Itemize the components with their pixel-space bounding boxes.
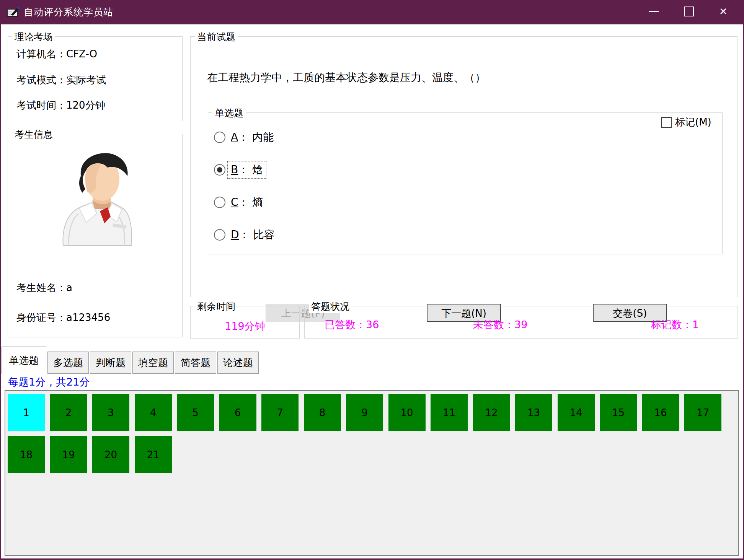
question-button-14[interactable]: 14 — [558, 394, 595, 431]
unanswered-count: 未答数：39 — [473, 318, 527, 332]
remaining-time-value: 119分钟 — [191, 319, 299, 333]
avatar — [57, 150, 134, 247]
question-button-11[interactable]: 11 — [431, 394, 468, 431]
minimize-icon — [649, 11, 659, 12]
question-button-21[interactable]: 21 — [135, 436, 172, 473]
question-button-6[interactable]: 6 — [219, 394, 256, 431]
tab-fill-blank[interactable]: 填空题 — [132, 352, 174, 374]
titlebar: 自动评分系统学员站 ✕ — [0, 0, 744, 24]
exam-mode-row: 考试模式：实际考试 — [16, 73, 106, 87]
question-button-10[interactable]: 10 — [388, 394, 426, 431]
question-button-18[interactable]: 18 — [8, 436, 45, 473]
question-button-8[interactable]: 8 — [304, 394, 341, 431]
question-button-17[interactable]: 17 — [684, 394, 721, 431]
candidate-group-title: 考生信息 — [12, 128, 55, 141]
exam-room-group: 理论考场 计算机名：CFZ-O 考试模式：实际考试 考试时间：120分钟 — [8, 36, 183, 121]
option-d[interactable]: D： 比容 — [214, 227, 278, 243]
question-type-tabs: 单选题 多选题 判断题 填空题 简答题 论述题 — [2, 347, 259, 374]
close-button[interactable]: ✕ — [711, 0, 735, 23]
question-button-9[interactable]: 9 — [346, 394, 383, 431]
candidate-id-row: 身份证号：a123456 — [16, 311, 110, 324]
tab-single-choice[interactable]: 单选题 — [2, 347, 46, 374]
option-type-group: 单选题 — [208, 112, 723, 254]
question-button-1[interactable]: 1 — [8, 394, 45, 431]
tab-short-answer[interactable]: 简答题 — [175, 352, 216, 374]
option-c[interactable]: C： 熵 — [214, 195, 266, 210]
question-button-12[interactable]: 12 — [473, 394, 510, 431]
exam-duration-row: 考试时间：120分钟 — [16, 99, 105, 112]
exam-room-group-title: 理论考场 — [12, 31, 55, 43]
candidate-group: 考生信息 考生姓名：a 身份证号：a123456 — [8, 134, 183, 337]
mark-checkbox[interactable]: 标记(M) — [661, 116, 711, 129]
radio-a-icon[interactable] — [214, 132, 225, 143]
radio-c-icon[interactable] — [214, 197, 225, 208]
current-question-group-title: 当前试题 — [195, 31, 238, 43]
tab-true-false[interactable]: 判断题 — [90, 352, 131, 374]
answered-count: 已答数：36 — [325, 318, 379, 332]
question-button-3[interactable]: 3 — [92, 394, 129, 431]
question-button-16[interactable]: 16 — [642, 394, 679, 431]
marked-count: 标记数：1 — [651, 318, 699, 332]
maximize-button[interactable] — [677, 0, 701, 23]
question-button-4[interactable]: 4 — [135, 394, 172, 431]
question-button-20[interactable]: 20 — [92, 436, 129, 473]
option-a[interactable]: A： 内能 — [214, 130, 277, 145]
answer-status-title: 答题状况 — [309, 300, 352, 313]
app-window: 自动评分系统学员站 ✕ 理论考场 计算机名：CFZ-O 考试模式：实际考试 考试… — [0, 0, 744, 560]
question-button-15[interactable]: 15 — [600, 394, 637, 431]
mark-checkbox-box[interactable] — [661, 117, 672, 128]
window-border-bottom — [0, 558, 744, 560]
question-text: 在工程热力学中，工质的基本状态参数是压力、温度、（） — [207, 70, 486, 85]
maximize-icon — [684, 7, 694, 16]
window-border-left — [0, 0, 1, 560]
computer-name-row: 计算机名：CFZ-O — [16, 47, 97, 61]
window-title: 自动评分系统学员站 — [24, 6, 113, 18]
remaining-time-group: 剩余时间 119分钟 — [190, 306, 300, 339]
question-button-2[interactable]: 2 — [50, 394, 87, 431]
tab-essay[interactable]: 论述题 — [217, 352, 259, 374]
current-question-group: 当前试题 在工程热力学中，工质的基本状态参数是压力、温度、（） 单选题 标记(M… — [190, 36, 737, 297]
question-button-19[interactable]: 19 — [50, 436, 87, 473]
candidate-name-row: 考生姓名：a — [16, 281, 72, 295]
question-button-5[interactable]: 5 — [177, 394, 214, 431]
answer-status-group: 答题状况 已答数：36 未答数：39 标记数：1 — [304, 306, 737, 339]
radio-d-icon[interactable] — [214, 229, 225, 241]
question-button-7[interactable]: 7 — [261, 394, 299, 431]
minimize-button[interactable] — [642, 0, 666, 23]
mark-checkbox-label: 标记(M) — [675, 116, 711, 129]
close-icon: ✕ — [719, 6, 728, 17]
remaining-time-title: 剩余时间 — [195, 300, 238, 313]
score-note: 每题1分，共21分 — [8, 375, 90, 389]
app-icon — [7, 6, 20, 18]
option-b[interactable]: B： 焓 — [214, 162, 266, 177]
radio-b-icon[interactable] — [214, 164, 225, 176]
question-grid: 123456789101112131415161718192021 — [5, 390, 739, 556]
question-button-13[interactable]: 13 — [515, 394, 552, 431]
tab-multi-choice[interactable]: 多选题 — [47, 352, 89, 374]
option-type-label: 单选题 — [212, 107, 246, 119]
